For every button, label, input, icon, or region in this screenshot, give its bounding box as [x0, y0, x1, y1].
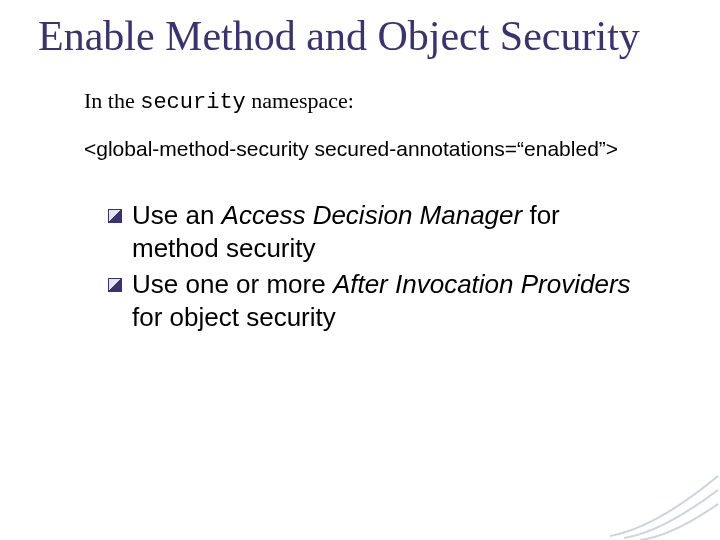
slide-title: Enable Method and Object Security — [38, 14, 690, 58]
bullet-text: Use one or more After Invocation Provide… — [132, 268, 650, 333]
bullet-pre: Use an — [132, 200, 222, 230]
intro-suffix: namespace: — [246, 88, 354, 113]
code-snippet: <global-method-security secured-annotati… — [84, 137, 690, 161]
bullet-text: Use an Access Decision Manager for metho… — [132, 199, 650, 264]
diamond-bullet-icon — [108, 278, 122, 292]
list-item: Use one or more After Invocation Provide… — [108, 268, 650, 333]
intro-namespace: security — [140, 90, 246, 115]
intro-prefix: In the — [84, 88, 140, 113]
diamond-bullet-icon — [108, 209, 122, 223]
bullet-emphasis: Access Decision Manager — [222, 200, 523, 230]
slide: Enable Method and Object Security In the… — [0, 0, 720, 540]
bullet-post: for object security — [132, 302, 336, 332]
corner-decoration-icon — [600, 470, 720, 540]
bullet-emphasis: After Invocation Providers — [333, 269, 631, 299]
bullet-list: Use an Access Decision Manager for metho… — [108, 199, 650, 333]
intro-line: In the security namespace: — [84, 88, 690, 115]
list-item: Use an Access Decision Manager for metho… — [108, 199, 650, 264]
bullet-pre: Use one or more — [132, 269, 333, 299]
